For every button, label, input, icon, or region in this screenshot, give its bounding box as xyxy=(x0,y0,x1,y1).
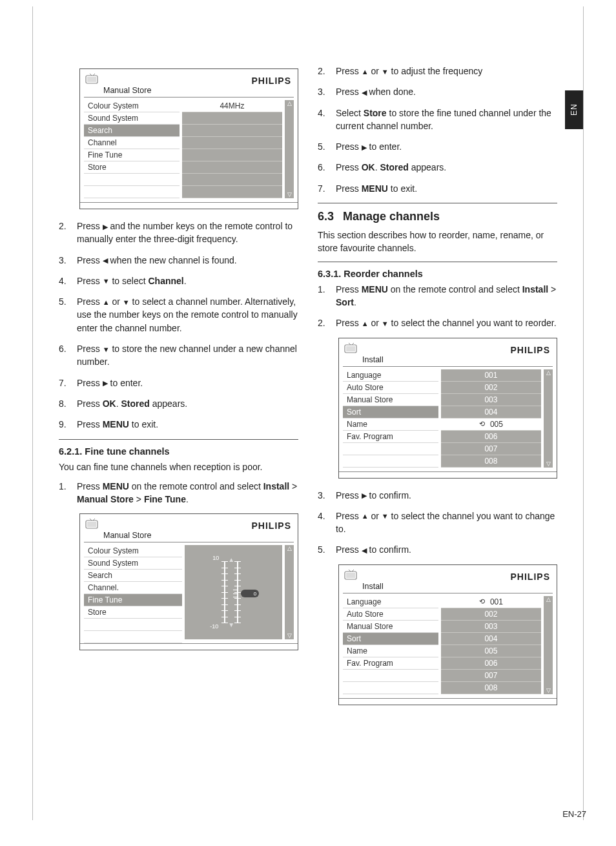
step-number: 3. xyxy=(59,254,77,267)
channel-value: 008 xyxy=(441,455,541,468)
channel-value: 006 xyxy=(441,657,541,670)
scroll-strip: △▽ xyxy=(544,369,553,468)
step-body: Press ◀ to confirm. xyxy=(336,543,557,556)
channel-value: 005 xyxy=(441,645,541,657)
channel-value: 004 xyxy=(441,406,541,418)
step-body: Select Store to store the fine tuned cha… xyxy=(336,107,557,133)
menu-item: Sound System xyxy=(84,112,180,125)
tv-menu-title: Manual Store xyxy=(80,86,298,97)
menu-item: Store xyxy=(84,161,180,174)
slider-down-icon: ▼ xyxy=(228,621,234,628)
step-body: Press OK. Stored appears. xyxy=(77,397,298,410)
svg-rect-13 xyxy=(346,573,355,578)
page-number: EN-27 xyxy=(562,809,586,819)
channel-value: 008 xyxy=(441,682,541,694)
menu-item: Fav. Program xyxy=(343,431,438,443)
channel-value: 006 xyxy=(441,431,541,443)
step-number: 5. xyxy=(59,295,77,335)
channel-value: ⟲005 xyxy=(441,418,541,431)
swap-icon: ⟲ xyxy=(479,597,485,606)
menu-item-selected: Sort xyxy=(343,406,438,418)
step-body: Press ▲ or ▼ to select the channel you w… xyxy=(336,510,557,536)
menu-item xyxy=(343,682,438,694)
step-body: Press OK. Stored appears. xyxy=(336,161,557,174)
step-body: Press MENU to exit. xyxy=(77,418,298,431)
menu-item: Language xyxy=(343,369,438,382)
up-arrow-icon: ▲ xyxy=(362,511,369,522)
step-number: 2. xyxy=(59,220,77,246)
menu-item: Name xyxy=(343,645,438,657)
section-heading: 6.3Manage channels xyxy=(318,210,557,223)
brand-logo: PHILIPS xyxy=(511,572,550,582)
step-number: 9. xyxy=(59,418,77,431)
step-number: 4. xyxy=(59,274,77,287)
step-body: Press MENU on the remote control and sel… xyxy=(336,283,557,309)
tv-menu-install-2: PHILIPS Install LanguageAuto StoreManual… xyxy=(338,564,557,705)
right-arrow-icon: ▶ xyxy=(103,222,108,232)
step-number: 5. xyxy=(318,140,336,153)
brand-logo: PHILIPS xyxy=(511,345,550,355)
right-arrow-icon: ▶ xyxy=(362,491,367,501)
down-arrow-icon: ▼ xyxy=(382,67,389,77)
channel-value: 004 xyxy=(441,633,541,645)
svg-rect-5 xyxy=(87,522,96,527)
tv-menu-fine-tune: PHILIPS Manual Store Colour System Sound… xyxy=(79,513,298,650)
menu-item: Manual Store xyxy=(343,621,438,633)
menu-item: Name xyxy=(343,418,438,431)
step-number: 5. xyxy=(318,543,336,556)
step-number: 1. xyxy=(318,283,336,309)
menu-item: Store xyxy=(84,606,182,619)
menu-item: Channel. xyxy=(84,582,182,594)
menu-value xyxy=(182,149,282,161)
svg-rect-9 xyxy=(346,346,355,351)
down-arrow-icon: ▼ xyxy=(123,298,130,308)
channel-value: 003 xyxy=(441,394,541,406)
tv-icon xyxy=(343,342,360,355)
scroll-up-icon: △ xyxy=(287,101,292,107)
right-arrow-icon: ▶ xyxy=(103,378,108,389)
brand-logo: PHILIPS xyxy=(252,76,291,86)
step-body: Press ◀ when done. xyxy=(336,85,557,98)
up-arrow-icon: ▲ xyxy=(103,298,110,308)
tv-menu-title: Install xyxy=(339,582,557,593)
menu-item xyxy=(84,186,180,198)
step-body: Press ▶ to enter. xyxy=(336,140,557,153)
channel-value: 007 xyxy=(441,443,541,455)
tv-icon xyxy=(343,569,360,582)
down-arrow-icon: ▼ xyxy=(103,345,110,355)
slider-max-label: 10 xyxy=(212,555,219,561)
menu-item xyxy=(343,455,438,468)
down-arrow-icon: ▼ xyxy=(382,319,389,329)
slider-min-label: -10 xyxy=(210,623,218,630)
channel-value: 001 xyxy=(441,369,541,382)
menu-value xyxy=(182,161,282,174)
step-body: Press ▶ to enter. xyxy=(77,377,298,389)
menu-item: Manual Store xyxy=(343,394,438,406)
brand-logo: PHILIPS xyxy=(252,521,291,531)
step-number: 7. xyxy=(318,182,336,195)
tv-icon xyxy=(84,518,101,531)
step-number: 7. xyxy=(59,377,77,389)
left-arrow-icon: ◀ xyxy=(362,88,367,98)
step-body: Press MENU on the remote control and sel… xyxy=(77,480,298,506)
menu-item: Channel xyxy=(84,137,180,149)
tv-icon xyxy=(84,73,101,86)
tv-menu-title: Manual Store xyxy=(80,531,298,542)
channel-value: ⟲001 xyxy=(441,596,541,608)
swap-icon: ⟲ xyxy=(479,420,485,428)
step-number: 1. xyxy=(59,480,77,506)
menu-item: Colour System xyxy=(84,545,182,557)
left-arrow-icon: ◀ xyxy=(103,256,108,266)
menu-item-selected: Search xyxy=(84,125,180,137)
steps-list: 2.Press ▶ and the number keys on the rem… xyxy=(59,220,298,431)
step-number: 3. xyxy=(318,489,336,502)
scroll-strip: △▽ xyxy=(544,596,553,694)
channel-value: 002 xyxy=(441,608,541,621)
menu-item: Language xyxy=(343,596,438,608)
step-number: 6. xyxy=(318,161,336,174)
step-number: 6. xyxy=(59,342,77,369)
fine-tune-slider: 10 -10 ▲ ▼ 0 xyxy=(185,545,283,639)
slider-knob: 0 xyxy=(241,590,259,597)
menu-item xyxy=(343,443,438,455)
page-frame: EN PHILIPS Manual Store Colour System So… xyxy=(32,6,584,820)
